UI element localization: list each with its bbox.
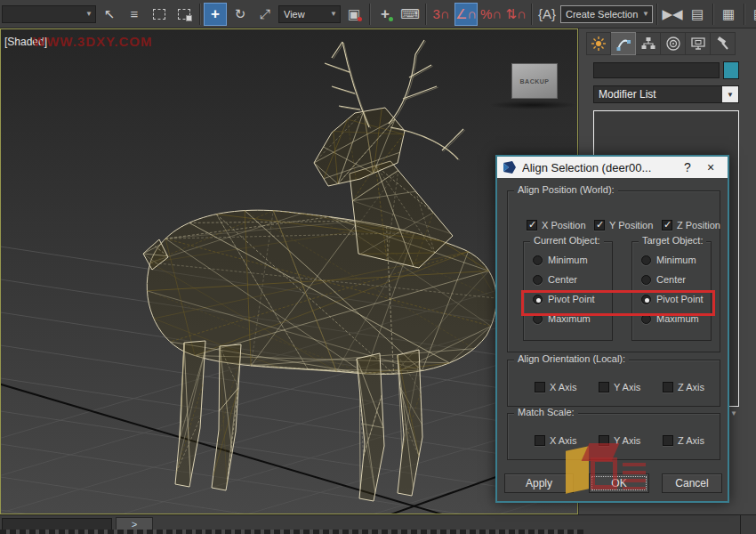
percent-snap-icon[interactable]: %∩ <box>479 3 503 26</box>
red-highlight-annotation <box>521 290 715 316</box>
box-shadow <box>488 101 577 109</box>
radio-label: Minimum <box>656 255 696 265</box>
orientation-z-axis-checkbox[interactable]: Z Axis <box>663 382 727 392</box>
toolbar-separator <box>199 4 200 25</box>
toolbar-separator <box>531 4 532 25</box>
radio-label: Center <box>548 274 577 285</box>
group-label: Align Position (World): <box>514 184 618 195</box>
help-button[interactable]: ? <box>676 158 699 177</box>
chevron-down-icon: ▼ <box>722 86 738 102</box>
panel-scroll-arrow-icon[interactable]: ▼ <box>730 409 737 417</box>
current-minimum-radio[interactable]: Minimum <box>533 255 588 265</box>
radio-label: Minimum <box>548 255 588 265</box>
keyboard-override-icon[interactable]: ⌨ <box>398 3 422 26</box>
create-sunburst-icon <box>591 36 607 52</box>
object-name-field[interactable] <box>593 62 720 78</box>
reference-coordinate-dropdown[interactable]: View▼ <box>278 5 341 23</box>
motion-rings-icon <box>665 36 681 52</box>
select-move-icon[interactable]: + <box>204 3 227 26</box>
mirror-icon[interactable]: ▶◀ <box>661 3 684 26</box>
use-pivot-point-icon[interactable]: ▣ <box>342 3 366 26</box>
target-center-radio[interactable]: Center <box>641 274 686 285</box>
tab-create[interactable] <box>586 32 611 55</box>
radio-label: Center <box>656 274 686 285</box>
close-icon[interactable]: × <box>699 158 722 177</box>
backup-box-object[interactable]: BACKUP <box>511 63 558 99</box>
3dsmax-logo-icon <box>503 160 517 174</box>
checkbox-box <box>599 435 609 446</box>
selection-region-icon[interactable] <box>148 3 171 26</box>
status-bar: > <box>0 514 756 534</box>
cancel-button[interactable]: Cancel <box>662 473 722 493</box>
selection-filter-dropdown[interactable]: ▼ <box>2 5 96 23</box>
modifier-list-dropdown[interactable]: Modifier List ▼ <box>593 85 739 103</box>
ok-button[interactable]: OK <box>589 473 649 493</box>
current-center-radio[interactable]: Center <box>533 274 577 285</box>
scale-z-axis-checkbox[interactable]: Z Axis <box>663 435 727 446</box>
spinner-snap-icon[interactable]: ⇅∩ <box>504 3 527 26</box>
tab-hierarchy[interactable] <box>636 32 661 55</box>
window-crossing-icon[interactable] <box>173 3 196 26</box>
y-position-checkbox[interactable]: Y Position <box>594 220 662 231</box>
orientation-y-axis-checkbox[interactable]: Y Axis <box>599 382 663 392</box>
target-minimum-radio[interactable]: Minimum <box>641 255 696 265</box>
checkbox-label: Z Axis <box>678 435 704 446</box>
layer-manager-icon[interactable]: ▦ <box>717 3 740 26</box>
select-rotate-icon[interactable]: ↻ <box>229 3 252 26</box>
chevron-down-icon: ▼ <box>642 10 649 18</box>
radio-circle <box>641 275 651 285</box>
perspective-viewport[interactable]: [Shaded] WWW.3DXY.COM BACKUP <box>0 28 578 514</box>
select-scale-icon[interactable]: ⤢ <box>253 3 277 26</box>
radio-circle <box>641 255 651 265</box>
3dsmax-window: ▼↖≡+↻⤢View▼▣+⌨3∩∠∩%∩⇅∩{A}Create Selectio… <box>0 0 756 534</box>
align-orientation-group: Align Orientation (Local): X Axis Y Axis… <box>507 360 720 407</box>
toolbar-separator <box>712 4 713 25</box>
command-panel-tabs <box>586 32 736 55</box>
scale-x-axis-checkbox[interactable]: X Axis <box>535 435 599 446</box>
group-label: Align Orientation (Local): <box>514 353 629 364</box>
tab-utilities[interactable] <box>711 32 736 55</box>
deer-wireframe-model[interactable] <box>143 40 496 501</box>
graphite-ribbon-icon[interactable]: ▤ <box>748 3 756 26</box>
checkbox-label: X Position <box>542 220 586 231</box>
align-selection-dialog: Align Selection (deer00... ? × Align Pos… <box>495 155 729 503</box>
track-bar[interactable] <box>0 530 583 534</box>
select-by-name-icon[interactable]: ≡ <box>123 3 146 26</box>
combo-value: Create Selection Set <box>566 9 639 20</box>
chevron-down-icon: ▼ <box>330 10 337 18</box>
scale-y-axis-checkbox[interactable]: Y Axis <box>599 435 663 446</box>
chevron-down-icon: ▼ <box>85 10 92 18</box>
snap-toggle-3d-icon[interactable]: 3∩ <box>430 3 453 26</box>
group-label: Target Object: <box>639 235 706 246</box>
dialog-title: Align Selection (deer00... <box>522 161 676 174</box>
main-toolbar: ▼↖≡+↻⤢View▼▣+⌨3∩∠∩%∩⇅∩{A}Create Selectio… <box>0 0 756 28</box>
modify-curve-icon <box>615 36 631 52</box>
checkbox-label: Z Position <box>677 220 720 231</box>
divider <box>740 515 741 534</box>
object-color-swatch[interactable] <box>723 61 739 79</box>
z-position-checkbox[interactable]: Z Position <box>662 220 729 231</box>
checkbox-box <box>663 382 673 392</box>
scale-axis-checkboxes: X Axis Y Axis Z Axis <box>535 435 727 446</box>
tab-modify[interactable] <box>611 32 636 55</box>
checkbox-box <box>594 220 605 231</box>
tab-display[interactable] <box>686 32 711 55</box>
align-icon[interactable]: ▤ <box>686 3 709 26</box>
x-position-checkbox[interactable]: X Position <box>527 220 594 231</box>
select-manipulate-icon[interactable]: + <box>374 3 397 26</box>
dialog-body: Align Position (World): X Position Y Pos… <box>497 178 728 503</box>
dialog-title-bar[interactable]: Align Selection (deer00... ? × <box>497 157 728 178</box>
select-object-icon[interactable]: ↖ <box>98 3 121 26</box>
checkbox-box <box>662 220 672 231</box>
tab-motion[interactable] <box>661 32 686 55</box>
apply-button[interactable]: Apply <box>504 473 574 493</box>
named-selection-sets-icon[interactable]: {A} <box>535 3 559 26</box>
checkbox-label: X Axis <box>550 435 577 446</box>
orientation-x-axis-checkbox[interactable]: X Axis <box>535 382 599 392</box>
angle-snap-icon[interactable]: ∠∩ <box>454 3 478 26</box>
checkbox-box <box>527 220 537 231</box>
checkbox-label: X Axis <box>550 382 577 392</box>
align-position-group: Align Position (World): X Position Y Pos… <box>507 190 720 352</box>
selection-set-dropdown[interactable]: Create Selection Set▼ <box>560 5 653 23</box>
modifier-list-label: Modifier List <box>594 88 722 101</box>
